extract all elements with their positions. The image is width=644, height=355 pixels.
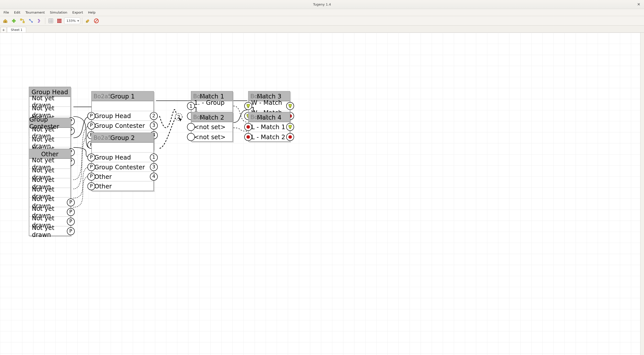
menu-simulation[interactable]: Simulation <box>47 10 70 15</box>
toolbar-separator <box>82 18 82 24</box>
match-3-tag: Bo2a5 <box>250 93 268 99</box>
match-2[interactable]: Bo2a5 Match 2 <not set> <not set> <box>191 112 233 142</box>
toolbar-link-yellow-icon[interactable] <box>19 17 26 25</box>
group-row[interactable]: P Group Contester 3 <box>92 162 153 171</box>
input-port[interactable]: P <box>87 163 95 171</box>
group-row[interactable]: P Other <box>92 181 153 191</box>
toolbar-bracket-purple-icon[interactable] <box>36 17 43 25</box>
output-port[interactable]: 2 <box>150 112 158 120</box>
group-empty-row <box>92 143 153 152</box>
input-port[interactable]: P <box>87 182 95 190</box>
menu-bar: File Edit Tournament Simulation Export H… <box>0 9 644 16</box>
group-2-tag: Bo2a5 <box>94 134 112 141</box>
toolbar-home-icon[interactable] <box>2 17 9 25</box>
toolbar-cancel-icon[interactable] <box>93 17 100 25</box>
drag-port-cursor: 2 <box>174 113 183 121</box>
chevron-down-icon: ▼ <box>77 20 79 22</box>
match-row[interactable]: L - Match 1 <box>249 122 290 132</box>
output-port-loser[interactable] <box>286 133 294 141</box>
output-port[interactable]: P <box>67 208 75 216</box>
list-group-head-title: Group Head <box>31 88 68 95</box>
group-empty-row <box>92 101 153 111</box>
group-row[interactable]: P Group Head 1 <box>92 152 153 162</box>
output-port[interactable]: P <box>67 198 75 206</box>
window-close-button[interactable] <box>636 2 641 7</box>
toolbar-connect-blue-icon[interactable] <box>27 17 35 25</box>
group-2[interactable]: Bo2a5 Group 2 P Group Head 1 P Group Con… <box>91 133 154 191</box>
input-port[interactable] <box>187 123 195 131</box>
group-row[interactable]: P Other 4 <box>92 171 153 181</box>
tab-sheet-1[interactable]: Sheet 1 <box>7 27 26 32</box>
toolbar-grid-dark-icon[interactable] <box>56 17 63 25</box>
menu-export[interactable]: Export <box>70 10 86 15</box>
group-1-tag: Bo2a5 <box>94 93 112 99</box>
output-port[interactable]: 3 <box>150 121 158 129</box>
toolbar-grid-light-icon[interactable] <box>47 17 55 25</box>
output-port[interactable]: 1 <box>150 153 158 161</box>
output-port[interactable]: 3 <box>150 163 158 171</box>
svg-rect-8 <box>57 19 62 23</box>
group-1-title: Group 1 <box>110 93 135 100</box>
match-4[interactable]: Bo2a5 Match 4 L - Match 1 L - Match 2 <box>248 112 290 142</box>
svg-rect-0 <box>5 21 6 22</box>
match-1-tag: Bo2a5 <box>193 93 211 99</box>
input-port[interactable]: 1 <box>187 102 195 110</box>
canvas[interactable]: .w { fill:none; stroke:#000; stroke-widt… <box>0 33 644 355</box>
zoom-dropdown[interactable]: 133% ▼ <box>64 18 80 24</box>
match-row[interactable]: <not set> <box>191 132 232 141</box>
input-port[interactable]: P <box>87 173 95 180</box>
group-row[interactable]: P Group Head 2 <box>92 111 153 120</box>
output-port[interactable]: 4 <box>150 173 158 180</box>
tab-add-button[interactable]: + <box>1 27 7 32</box>
output-port-winner[interactable] <box>286 102 294 110</box>
toolbar: 133% ▼ <box>0 16 644 26</box>
input-port[interactable]: P <box>87 121 95 129</box>
title-bar: Tugeny 1.4 <box>0 0 644 9</box>
group-2-title: Group 2 <box>110 134 135 141</box>
output-port[interactable]: P <box>67 218 75 225</box>
toolbar-add-green-icon[interactable] <box>10 17 18 25</box>
svg-point-10 <box>175 113 182 120</box>
match-4-tag: Bo2a5 <box>250 114 268 120</box>
input-port[interactable] <box>187 133 195 141</box>
input-port-loser[interactable] <box>244 123 252 131</box>
svg-rect-3 <box>20 19 22 20</box>
output-port-winner[interactable] <box>286 123 294 131</box>
group-row[interactable]: P Group Contester 3 <box>92 120 153 130</box>
match-row[interactable]: 1 1. - Group 1 <box>191 101 232 111</box>
svg-text:2: 2 <box>177 114 180 120</box>
menu-file[interactable]: File <box>1 10 12 15</box>
svg-rect-2 <box>12 20 16 22</box>
input-port-winner[interactable] <box>244 102 252 110</box>
toolbar-separator <box>45 18 45 24</box>
menu-tournament[interactable]: Tournament <box>23 10 47 15</box>
toolbar-validate-icon[interactable] <box>84 17 92 25</box>
input-port[interactable]: P <box>87 112 95 120</box>
svg-rect-7 <box>49 19 53 23</box>
list-other[interactable]: Other Not yet drawn Not yet drawn Not ye… <box>29 149 71 236</box>
output-port[interactable]: P <box>67 227 75 235</box>
zoom-value: 133% <box>66 19 76 23</box>
app-title: Tugeny 1.4 <box>313 3 331 6</box>
input-port-loser[interactable] <box>244 133 252 141</box>
menu-edit[interactable]: Edit <box>12 10 23 15</box>
match-2-tag: Bo2a5 <box>193 114 211 120</box>
list-item[interactable]: Not yet drawn P <box>29 226 70 235</box>
svg-rect-4 <box>23 21 24 23</box>
input-port[interactable]: P <box>87 153 95 161</box>
list-other-title: Other <box>41 150 58 157</box>
match-row[interactable]: <not set> <box>191 122 232 132</box>
match-row[interactable]: L - Match 2 <box>249 132 290 141</box>
menu-help[interactable]: Help <box>86 10 98 15</box>
tab-strip: + Sheet 1 <box>0 26 644 33</box>
